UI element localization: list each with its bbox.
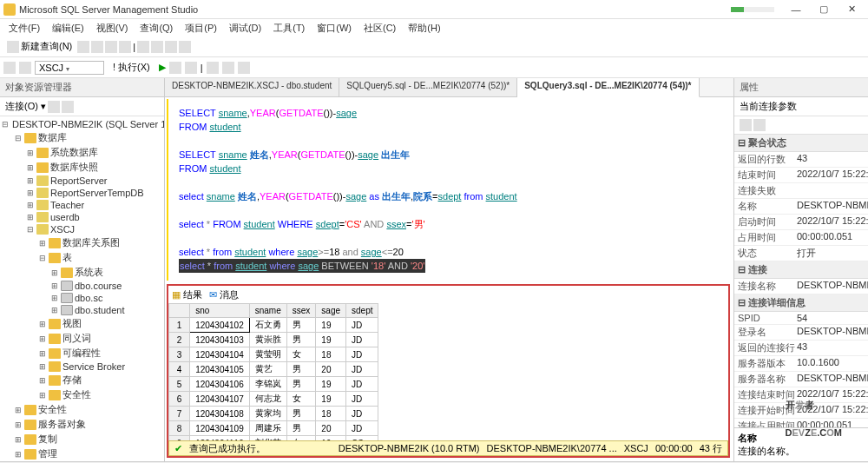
table-row[interactable]: 41204304105黄艺男20JD xyxy=(169,362,378,377)
folder-icon xyxy=(24,434,36,445)
menu-view[interactable]: 视图(V) xyxy=(91,20,134,36)
titlebar: Microsoft SQL Server Management Studio —… xyxy=(0,0,868,19)
folder-icon xyxy=(49,390,61,400)
connect-button[interactable]: 连接(O) ▾ xyxy=(5,100,46,113)
menu-help[interactable]: 帮助(H) xyxy=(403,20,445,36)
toolbar-icon[interactable] xyxy=(169,62,181,74)
toolbar-icon[interactable] xyxy=(3,62,16,74)
toolbar-icon[interactable] xyxy=(62,101,74,113)
maximize-button[interactable]: ▢ xyxy=(811,2,837,17)
table-icon xyxy=(61,305,73,315)
folder-icon xyxy=(24,133,36,143)
toolbar-icon[interactable] xyxy=(91,41,103,53)
toolbar-icon[interactable] xyxy=(151,41,163,53)
table-icon xyxy=(61,293,73,303)
prop-group-det[interactable]: ⊟ 连接详细信息 xyxy=(734,294,868,312)
new-query-icon xyxy=(7,41,19,53)
toolbar-icon[interactable] xyxy=(105,41,117,53)
table-row[interactable]: 31204304104黄莹明女18JD xyxy=(169,347,378,362)
table-row[interactable]: 61204304107何志龙女19JD xyxy=(169,392,378,407)
sort-icon[interactable] xyxy=(740,119,752,131)
menu-project[interactable]: 项目(P) xyxy=(180,20,222,36)
tree-databases[interactable]: 数据库 xyxy=(38,131,67,144)
folder-icon xyxy=(49,375,61,386)
folder-icon xyxy=(61,268,73,278)
toolbar-icon[interactable] xyxy=(179,41,191,53)
results-tab[interactable]: ▦ 结果 xyxy=(172,288,202,301)
progress-bar xyxy=(731,7,774,12)
results-grid[interactable]: snosnamessexsagesdept11204304102石文勇男19JD… xyxy=(168,303,728,440)
table-icon xyxy=(61,281,73,291)
database-icon xyxy=(36,224,49,235)
toolbar-icon[interactable] xyxy=(185,62,197,74)
menu-window[interactable]: 窗口(W) xyxy=(312,20,357,36)
folder-icon xyxy=(49,334,61,344)
toolbar-icon[interactable] xyxy=(137,41,149,53)
properties-title: 属性 xyxy=(734,78,868,97)
toolbar-icon[interactable] xyxy=(77,41,89,53)
toolbar-main: 新建查询(N) | xyxy=(0,36,868,57)
connect-toolbar: 连接(O) ▾ xyxy=(0,97,164,116)
properties-panel: 属性 当前连接参数 ⊟ 聚合状态 返回的行数43 结束时间2022/10/7 1… xyxy=(733,78,868,461)
folder-icon xyxy=(49,253,61,263)
database-icon xyxy=(36,212,49,222)
results-panel: ▦ 结果 ✉ 消息 snosnamessexsagesdept112043041… xyxy=(167,284,730,458)
tab-student[interactable]: DESKTOP-NBME2IK.XSCJ - dbo.student xyxy=(165,78,339,96)
menu-edit[interactable]: 编辑(E) xyxy=(47,20,89,36)
center-pane: DESKTOP-NBME2IK.XSCJ - dbo.student SQLQu… xyxy=(165,78,733,461)
minimize-button[interactable]: — xyxy=(783,2,809,17)
menu-debug[interactable]: 调试(D) xyxy=(224,20,266,36)
database-selector[interactable]: XSCJ ▾ xyxy=(35,61,104,75)
toolbar-icon[interactable] xyxy=(19,62,31,74)
sql-editor[interactable]: SELECT sname,YEAR(GETDATE())-sage FROM s… xyxy=(167,99,732,281)
table-row[interactable]: 21204304103黄崇胜男19JD xyxy=(169,333,378,347)
tree-xscj[interactable]: XSCJ xyxy=(50,224,75,235)
prop-group-conn[interactable]: ⊟ 连接 xyxy=(734,261,868,279)
messages-tab[interactable]: ✉ 消息 xyxy=(209,288,239,301)
table-row[interactable]: 71204304108黄家均男18JD xyxy=(169,407,378,421)
tab-query3[interactable]: SQLQuery3.sql - DE...ME2IK\20774 (54))* xyxy=(517,78,699,97)
table-row[interactable]: 11204304102石文勇男19JD xyxy=(169,318,378,333)
prop-footer-name: 名称 xyxy=(738,432,865,445)
sort-icon[interactable] xyxy=(753,119,766,131)
prop-group-agg[interactable]: ⊟ 聚合状态 xyxy=(734,135,868,152)
toolbar-icon[interactable] xyxy=(119,41,131,53)
table-row[interactable]: 51204304106李锦岚男19JD xyxy=(169,377,378,392)
tab-query5[interactable]: SQLQuery5.sql - DE...ME2IK\20774 (52))* xyxy=(339,78,517,96)
prop-footer-desc: 连接的名称。 xyxy=(738,445,865,458)
properties-toolbar xyxy=(734,116,868,135)
object-explorer: 对象资源管理器 连接(O) ▾ ⊟DESKTOP-NBME2IK (SQL Se… xyxy=(0,78,165,461)
toolbar-icon[interactable] xyxy=(165,41,177,53)
folder-icon xyxy=(49,238,61,248)
toolbar-icon[interactable] xyxy=(48,101,60,113)
folder-icon xyxy=(49,348,61,359)
object-tree[interactable]: ⊟DESKTOP-NBME2IK (SQL Server 10.0.160 ⊟数… xyxy=(0,116,164,461)
folder-icon xyxy=(49,361,61,372)
tree-server[interactable]: DESKTOP-NBME2IK (SQL Server 10.0.160 xyxy=(12,119,164,129)
folder-icon xyxy=(49,319,61,329)
toolbar-icon[interactable] xyxy=(207,62,219,74)
table-row[interactable]: 81204304109周建乐男20JD xyxy=(169,421,378,436)
menu-community[interactable]: 社区(C) xyxy=(358,20,401,36)
menu-file[interactable]: 文件(F) xyxy=(3,20,45,36)
new-query-button[interactable]: 新建查询(N) xyxy=(3,38,76,55)
menu-query[interactable]: 查询(Q) xyxy=(135,20,178,36)
close-button[interactable]: ✕ xyxy=(838,2,865,17)
app-icon xyxy=(3,3,16,16)
folder-icon xyxy=(36,148,49,158)
execute-button[interactable]: ! 执行(X) xyxy=(108,59,155,76)
toolbar-icon[interactable] xyxy=(222,62,234,74)
toolbar-icon[interactable] xyxy=(238,62,250,74)
execution-status: ✔ 查询已成功执行。 DESKTOP-NBME2IK (10.0 RTM) DE… xyxy=(168,440,728,456)
toolbar-query: XSCJ ▾ ! 执行(X) ▶ | xyxy=(0,57,868,78)
database-icon xyxy=(36,188,49,198)
menubar: 文件(F) 编辑(E) 视图(V) 查询(Q) 项目(P) 调试(D) 工具(T… xyxy=(0,19,868,36)
menu-tools[interactable]: 工具(T) xyxy=(268,20,310,36)
folder-icon xyxy=(24,405,36,415)
app-title: Microsoft SQL Server Management Studio xyxy=(19,4,731,15)
database-icon xyxy=(36,175,49,186)
folder-icon xyxy=(24,420,36,430)
document-tabs: DESKTOP-NBME2IK.XSCJ - dbo.student SQLQu… xyxy=(165,78,733,97)
database-icon xyxy=(36,200,49,210)
object-explorer-title: 对象资源管理器 xyxy=(0,78,164,97)
